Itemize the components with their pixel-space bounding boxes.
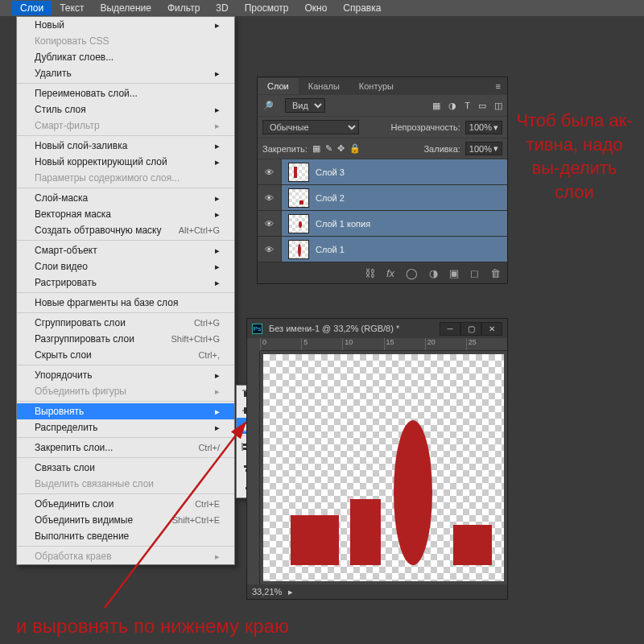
document-titlebar[interactable]: Ps Без имени-1 @ 33,2% (RGB/8) * ─ ▢ ✕ [247,319,507,338]
menu-item[interactable]: Распределить [17,419,234,436]
visibility-toggle-icon[interactable]: 👁 [258,237,282,262]
layer-group-icon[interactable]: ▣ [449,267,459,279]
menu-item[interactable]: Выполнить сведение [17,528,234,544]
menu-window[interactable]: Окно [296,1,335,15]
document-title: Без имени-1 @ 33,2% (RGB/8) * [269,324,399,333]
layer-mask-icon[interactable]: ◯ [406,267,418,279]
layers-panel: Слои Каналы Контуры ≡ 🔎 Вид ▦ ◑ T ▭ ◫ Об… [257,76,508,284]
shape-rect-1 [291,515,339,565]
menu-selection[interactable]: Выделение [92,1,159,15]
menu-item[interactable]: Сгруппировать слоиCtrl+G [17,315,234,331]
menu-item[interactable]: Дубликат слоев... [17,49,234,65]
menu-layers[interactable]: Слои [12,1,52,15]
layer-row[interactable]: 👁Слой 1 [258,237,507,262]
menu-item[interactable]: Объединить видимыеShift+Ctrl+E [17,512,234,528]
menu-item[interactable]: Растрировать [17,275,234,291]
new-layer-icon[interactable]: ◻ [470,267,479,279]
canvas[interactable] [263,354,504,581]
layer-thumbnail[interactable] [288,188,309,208]
window-maximize-button[interactable]: ▢ [460,322,481,336]
status-chevron-icon[interactable]: ▸ [288,587,293,597]
filter-kind-select[interactable]: Вид [285,98,325,113]
menu-item: Параметры содержимого слоя... [17,170,234,186]
tab-layers[interactable]: Слои [258,78,299,94]
visibility-toggle-icon[interactable]: 👁 [258,211,282,236]
layers-menu-dropdown: НовыйКопировать CSSДубликат слоев...Удал… [16,16,235,565]
document-status-bar: 33,21% ▸ [247,584,507,599]
window-minimize-button[interactable]: ─ [440,322,460,336]
menu-item[interactable]: Закрепить слои...Ctrl+/ [17,440,234,456]
blend-mode-select[interactable]: Обычные [262,120,359,134]
layer-name[interactable]: Слой 3 [316,167,345,177]
menu-item: Копировать CSS [17,33,234,49]
layer-thumbnail[interactable] [288,163,309,182]
layer-fx-icon[interactable]: fx [386,267,394,279]
lock-label: Закрепить: [262,144,308,154]
lock-transparency-icon[interactable]: ▦ [312,143,320,154]
menu-item[interactable]: Выровнять [17,403,234,419]
menu-3d[interactable]: 3D [208,1,236,15]
menu-item[interactable]: Стиль слоя [17,101,234,118]
menu-help[interactable]: Справка [335,1,389,15]
layer-adjust-icon[interactable]: ◑ [429,267,438,279]
fill-input[interactable]: 100%▾ [465,142,502,155]
layer-row[interactable]: 👁Слой 3 [258,159,507,185]
filter-shape-icon[interactable]: ▭ [478,101,486,111]
zoom-readout[interactable]: 33,21% [252,587,282,597]
menu-view[interactable]: Просмотр [237,1,297,15]
visibility-toggle-icon[interactable]: 👁 [258,185,282,210]
lock-all-icon[interactable]: 🔒 [349,143,361,154]
menu-item[interactable]: Упорядочить [17,367,234,383]
menu-filter[interactable]: Фильтр [159,1,208,15]
window-close-button[interactable]: ✕ [481,322,502,336]
menu-item[interactable]: Слои видео [17,258,234,275]
menu-item[interactable]: Новые фрагменты на базе слоя [17,295,234,311]
layer-name[interactable]: Слой 1 [316,245,345,254]
menu-item: Выделить связанные слои [17,476,234,492]
menu-item[interactable]: Создать обтравочную маскуAlt+Ctrl+G [17,222,234,238]
menu-item[interactable]: Смарт-объект [17,242,234,258]
menu-item[interactable]: Переименовать слой... [17,85,234,101]
panel-menu-icon[interactable]: ≡ [489,78,507,94]
menu-item[interactable]: Связать слои [17,460,234,476]
menu-item[interactable]: Разгруппировать слоиShift+Ctrl+G [17,331,234,347]
filter-pixel-icon[interactable]: ▦ [432,101,440,111]
panel-footer: ⛓ fx ◯ ◑ ▣ ◻ 🗑 [258,262,507,283]
menu-item[interactable]: Новый слой-заливка [17,138,234,154]
ruler-vertical[interactable] [247,351,260,584]
menu-item: Обработка краев [17,548,234,564]
menu-item: Объединить фигуры [17,383,234,399]
menu-item[interactable]: Удалить [17,65,234,81]
visibility-toggle-icon[interactable]: 👁 [258,159,282,184]
layer-name[interactable]: Слой 1 копия [316,219,370,229]
panel-tabs: Слои Каналы Контуры ≡ [258,77,507,95]
menu-text[interactable]: Текст [52,1,92,15]
shape-ellipse [394,420,432,565]
link-layers-icon[interactable]: ⛓ [365,267,375,279]
lock-pixels-icon[interactable]: ✎ [325,143,332,154]
opacity-input[interactable]: 100%▾ [465,121,502,134]
delete-layer-icon[interactable]: 🗑 [490,267,501,279]
filter-adjust-icon[interactable]: ◑ [448,101,456,111]
menu-item: Смарт-фильтр [17,118,234,134]
ruler-horizontal[interactable]: 0510152025 [260,338,507,351]
annotation-bottom: и выровнять по нижнему краю [16,615,289,638]
document-window: Ps Без имени-1 @ 33,2% (RGB/8) * ─ ▢ ✕ 0… [246,318,508,600]
menu-item[interactable]: Слой-маска [17,190,234,206]
filter-type-icon[interactable]: T [464,101,470,111]
menu-item[interactable]: Новый [17,17,234,33]
menu-item[interactable]: Новый корректирующий слой [17,154,234,170]
layer-name[interactable]: Слой 2 [316,193,345,203]
filter-search-icon[interactable]: 🔎 [262,101,274,111]
layer-row[interactable]: 👁Слой 1 копия [258,211,507,237]
filter-smart-icon[interactable]: ◫ [494,101,502,111]
menu-item[interactable]: Скрыть слоиCtrl+, [17,347,234,363]
layer-thumbnail[interactable] [288,240,309,259]
layer-thumbnail[interactable] [288,214,309,233]
tab-channels[interactable]: Каналы [299,78,349,94]
layer-row[interactable]: 👁Слой 2 [258,185,507,211]
tab-paths[interactable]: Контуры [349,78,403,94]
menu-item[interactable]: Векторная маска [17,206,234,222]
menu-item[interactable]: Объединить слоиCtrl+E [17,496,234,512]
lock-position-icon[interactable]: ✥ [337,143,345,154]
